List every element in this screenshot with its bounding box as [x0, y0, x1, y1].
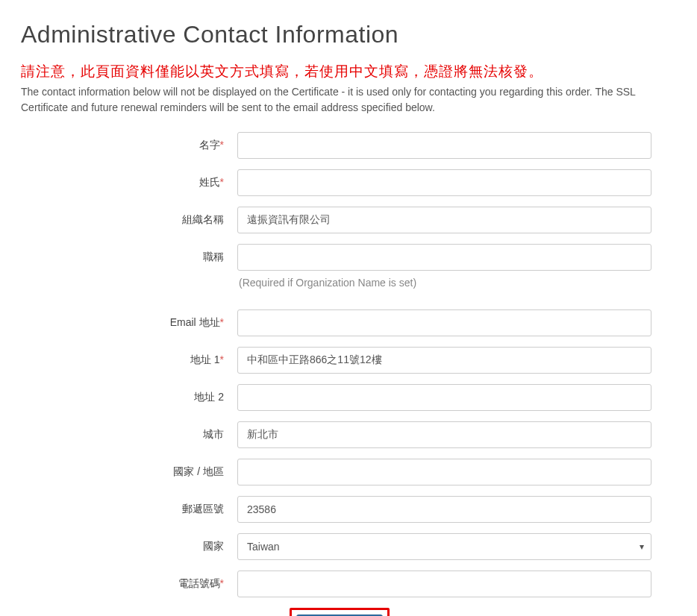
- label-text: 地址 1: [190, 353, 220, 365]
- row-last-name: 姓氏*: [21, 169, 676, 196]
- hint-org-required: (Required if Organization Name is set): [21, 277, 676, 289]
- page-title: Administrative Contact Information: [21, 21, 676, 48]
- label-text: 姓氏: [199, 176, 220, 188]
- address1-input[interactable]: [237, 347, 651, 374]
- row-org-name: 組織名稱: [21, 207, 676, 233]
- email-input[interactable]: [237, 309, 651, 336]
- row-job-title: 職稱: [21, 244, 676, 271]
- label-address2: 地址 2: [21, 391, 237, 404]
- job-title-input[interactable]: [237, 244, 651, 271]
- label-city: 城市: [21, 428, 237, 441]
- phone-input[interactable]: [237, 571, 651, 597]
- submit-highlight-box: 點此繼續 >>: [290, 608, 390, 616]
- label-last-name: 姓氏*: [21, 176, 237, 189]
- row-first-name: 名字*: [21, 132, 676, 159]
- first-name-input[interactable]: [237, 132, 651, 159]
- row-phone: 電話號碼*: [21, 571, 676, 597]
- row-address1: 地址 1*: [21, 347, 676, 374]
- country-select[interactable]: Taiwan: [237, 533, 651, 560]
- label-region: 國家 / 地區: [21, 465, 237, 479]
- label-first-name: 名字*: [21, 139, 237, 152]
- label-job-title: 職稱: [21, 251, 237, 264]
- label-org-name: 組織名稱: [21, 213, 237, 227]
- description-text: The contact information below will not b…: [21, 84, 676, 116]
- label-text: 電話號碼: [178, 577, 220, 589]
- warning-text: 請注意，此頁面資料僅能以英文方式填寫，若使用中文填寫，憑證將無法核發。: [21, 62, 676, 81]
- region-input[interactable]: [237, 459, 651, 485]
- address2-input[interactable]: [237, 384, 651, 411]
- last-name-input[interactable]: [237, 169, 651, 196]
- city-input[interactable]: [237, 421, 651, 448]
- label-address1: 地址 1*: [21, 353, 237, 367]
- row-city: 城市: [21, 421, 676, 448]
- submit-row: 點此繼續 >> 輸入完畢請點選繼續: [21, 608, 676, 616]
- label-country: 國家: [21, 540, 237, 553]
- row-postal: 郵遞區號: [21, 496, 676, 523]
- label-text: 名字: [199, 139, 220, 151]
- row-address2: 地址 2: [21, 384, 676, 411]
- required-mark: *: [220, 353, 224, 365]
- required-mark: *: [220, 176, 224, 188]
- label-email: Email 地址*: [21, 316, 237, 330]
- row-email: Email 地址*: [21, 309, 676, 336]
- label-postal: 郵遞區號: [21, 503, 237, 516]
- label-text: Email 地址: [170, 316, 220, 328]
- postal-input[interactable]: [237, 496, 651, 523]
- org-name-input[interactable]: [237, 207, 651, 233]
- required-mark: *: [220, 577, 224, 589]
- row-country: 國家 Taiwan: [21, 533, 676, 560]
- required-mark: *: [220, 139, 224, 151]
- label-phone: 電話號碼*: [21, 577, 237, 591]
- row-region: 國家 / 地區: [21, 459, 676, 485]
- required-mark: *: [220, 316, 224, 328]
